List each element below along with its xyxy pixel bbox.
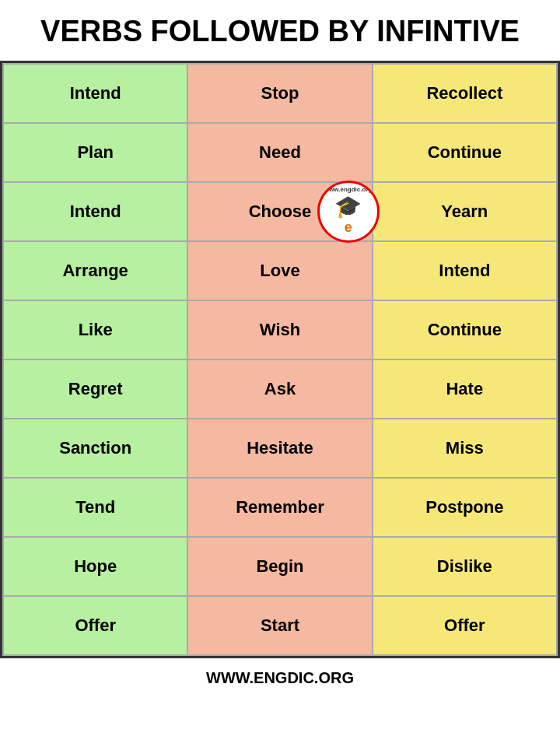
table-cell: Choose www.engdic.org 🎓 e — [187, 182, 372, 241]
footer-text: WWW.ENGDIC.ORG — [206, 658, 354, 695]
table-cell: Yearn — [373, 182, 557, 241]
table-cell: Hope — [3, 537, 187, 596]
table-cell: Hate — [373, 359, 557, 419]
table-cell: Arrange — [3, 241, 187, 300]
table-cell: Continue — [373, 300, 557, 359]
table-cell: Offer — [3, 596, 187, 655]
table-cell: Wish — [187, 300, 372, 359]
table-cell: Ask — [187, 359, 372, 419]
table-cell: Love — [187, 241, 372, 300]
table-cell: Begin — [187, 537, 372, 596]
page-title: VERBS FOLLOWED BY INFINTIVE — [25, 0, 535, 61]
table-cell: Postpone — [373, 478, 557, 537]
table-cell: Offer — [373, 596, 557, 655]
table-cell: Plan — [3, 123, 187, 182]
table-cell: Intend — [373, 241, 557, 300]
table-cell: Miss — [373, 419, 557, 478]
table-cell: Like — [3, 300, 187, 359]
table-cell: Tend — [3, 478, 187, 537]
table-cell: Hesitate — [187, 419, 372, 478]
table-cell: Dislike — [373, 537, 557, 596]
table-cell: Sanction — [3, 419, 187, 478]
table-cell: Intend — [3, 64, 187, 123]
table-cell: Regret — [3, 359, 187, 419]
table-cell: Need — [187, 123, 372, 182]
table-cell: Remember — [187, 478, 372, 537]
table-cell: Continue — [373, 123, 557, 182]
table-cell: Start — [187, 596, 372, 655]
table-cell: Intend — [3, 182, 187, 241]
table-cell: Recollect — [373, 64, 557, 123]
table-cell: Stop — [187, 64, 372, 123]
